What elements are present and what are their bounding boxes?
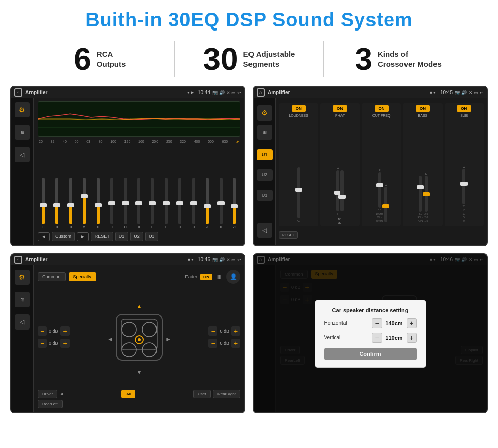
cx-reset-btn[interactable]: RESET <box>279 231 298 239</box>
svg-point-5 <box>122 322 136 337</box>
stat-divider-2 <box>323 41 324 77</box>
svg-text:►: ► <box>165 336 171 343</box>
cx-screen-title: Amplifier <box>268 89 430 95</box>
dialog-horizontal-plus[interactable]: + <box>407 318 417 328</box>
fader-minus-2[interactable]: − <box>208 326 217 336</box>
dialog-vertical-minus[interactable]: − <box>372 333 382 343</box>
dialog-horizontal-stepper: − 140cm + <box>372 318 417 328</box>
eq-slider-12: -1 <box>201 178 213 229</box>
cx-home-icon[interactable] <box>257 88 265 97</box>
eq-slider-0: 0 <box>38 178 49 229</box>
svg-text:◄: ◄ <box>107 336 113 343</box>
fader-driver-btn[interactable]: Driver <box>38 390 57 398</box>
eq-slider-10: 0 <box>174 178 186 229</box>
eq-u1-btn[interactable]: U1 <box>115 232 129 241</box>
dialog-horizontal-minus[interactable]: − <box>372 318 382 328</box>
fader-wave-btn[interactable]: ≋ <box>15 292 30 307</box>
fader-sidebar: ⚙ ≋ ◁ <box>11 265 34 412</box>
dialog-horizontal-label: Horizontal <box>324 320 369 326</box>
fader-db-val-3: 0 dB <box>220 341 229 346</box>
eq-u2-btn[interactable]: U2 <box>130 232 143 241</box>
fader-all-btn[interactable]: All <box>121 390 135 398</box>
fader-db-val-0: 0 dB <box>49 328 58 334</box>
dialog-horizontal-row: Horizontal − 140cm + <box>324 318 417 328</box>
fader-right-col: − 0 dB + − 0 dB + <box>208 288 240 386</box>
fader-tab-specialty[interactable]: Specialty <box>69 272 97 281</box>
fader-bottom-bar: Driver ◄ All User RearRight <box>38 390 240 398</box>
cx-u2-btn[interactable]: U2 <box>257 169 273 181</box>
cx-loudness-on[interactable]: ON <box>292 105 306 112</box>
dialog-screen-card: Amplifier ■ ● 10:46 📷 🔊 ✕ ▭ ↩ Common Spe… <box>253 253 488 413</box>
eq-u3-btn[interactable]: U3 <box>145 232 159 241</box>
cx-cutfreq-on[interactable]: ON <box>375 105 389 112</box>
eq-preset-label: Custom <box>52 232 75 241</box>
eq-next-btn[interactable]: ► <box>77 232 89 241</box>
dialog-horizontal-value: 140cm <box>384 320 404 326</box>
crossover-screen-card: Amplifier ■ ● 10:45 📷 🔊 ✕ ▭ ↩ ⚙ ≋ U1 U2 … <box>253 86 488 246</box>
eq-status-icons: 📷 🔊 ✕ ▭ ↩ <box>212 90 241 95</box>
eq-slider-2: 0 <box>65 178 77 229</box>
fader-db-val-1: 0 dB <box>49 341 58 346</box>
fader-filter-btn[interactable]: ⚙ <box>15 270 30 285</box>
eq-prev-btn[interactable]: ◄ <box>38 232 50 241</box>
eq-reset-btn[interactable]: RESET <box>91 232 113 241</box>
eq-freq-labels: 2532405063 80100125160200 25032040050063… <box>38 140 240 144</box>
fader-time: 10:46 <box>198 257 210 262</box>
cx-vol-btn[interactable]: ◁ <box>257 223 272 238</box>
fader-plus-3[interactable]: + <box>231 339 240 348</box>
eq-slider-5: 0 <box>106 178 117 229</box>
fader-plus-2[interactable]: + <box>231 326 240 336</box>
stat-label-crossover-1: Kinds of <box>378 49 442 59</box>
stat-number-crossover: 3 <box>355 43 372 75</box>
stat-label-eq-2: Segments <box>243 59 295 69</box>
fader-vol-btn[interactable]: ◁ <box>15 314 30 330</box>
cx-cutfreq-label: CUT FREQ <box>372 114 391 117</box>
fader-rearleft-btn[interactable]: RearLeft <box>38 400 63 408</box>
dialog-vertical-plus[interactable]: + <box>407 333 417 343</box>
fader-on-btn[interactable]: ON <box>200 274 212 280</box>
dialog-box: Car speaker distance setting Horizontal … <box>315 300 426 368</box>
stat-label-crossover-2: Crossover Modes <box>378 59 442 69</box>
fader-home-icon[interactable] <box>14 256 22 264</box>
eq-main-area: ⚙ ≋ ◁ 2 <box>11 98 244 245</box>
eq-time: 10:44 <box>198 89 210 95</box>
cx-sub-on[interactable]: ON <box>457 105 471 112</box>
svg-point-10 <box>138 338 141 341</box>
eq-slider-1: 0 <box>51 178 63 229</box>
fader-tab-common[interactable]: Common <box>38 272 66 281</box>
eq-filter-btn[interactable]: ⚙ <box>15 102 30 117</box>
cx-sidebar: ⚙ ≋ U1 U2 U3 ◁ <box>254 98 276 245</box>
stat-label-rca-2: Outputs <box>97 59 126 69</box>
cx-wave-btn[interactable]: ≋ <box>257 125 272 140</box>
stats-row: 6 RCA Outputs 30 EQ Adjustable Segments … <box>0 36 498 84</box>
fader-rearright-btn[interactable]: RearRight <box>213 390 240 398</box>
stat-eq: 30 EQ Adjustable Segments <box>180 43 319 75</box>
eq-bottom-bar: ◄ Custom ► RESET U1 U2 U3 <box>38 230 240 242</box>
fader-plus-0[interactable]: + <box>60 326 70 336</box>
cx-u3-btn[interactable]: U3 <box>257 190 273 201</box>
fader-plus-1[interactable]: + <box>60 339 70 348</box>
eq-screen-title: Amplifier <box>25 89 187 95</box>
cx-content: ON LOUDNESS G ON <box>276 98 487 245</box>
fader-user-btn[interactable]: User <box>193 390 211 398</box>
dialog-confirm-button[interactable]: Confirm <box>324 348 417 360</box>
fader-left-col: − 0 dB + − 0 dB + <box>38 288 70 386</box>
svg-point-6 <box>142 322 157 337</box>
eq-wave-btn[interactable]: ≋ <box>15 125 30 140</box>
eq-sidebar: ⚙ ≋ ◁ <box>11 98 34 245</box>
home-icon[interactable] <box>14 88 22 97</box>
fader-minus-0[interactable]: − <box>38 326 47 336</box>
svg-text:▼: ▼ <box>136 369 142 375</box>
cx-filter-btn[interactable]: ⚙ <box>257 105 272 121</box>
fader-minus-1[interactable]: − <box>38 339 47 348</box>
cx-dot-icons: ■ ● <box>430 90 436 95</box>
fader-minus-3[interactable]: − <box>208 339 217 348</box>
eq-volume-btn[interactable]: ◁ <box>15 147 30 162</box>
cx-bass-label: BASS <box>418 114 428 117</box>
eq-slider-7: 0 <box>133 178 145 229</box>
cx-bass-on[interactable]: ON <box>416 105 430 112</box>
eq-slider-3: 5 <box>79 178 90 229</box>
stat-number-eq: 30 <box>203 43 238 75</box>
cx-u1-btn[interactable]: U1 <box>257 149 273 160</box>
cx-phat-on[interactable]: ON <box>333 105 347 112</box>
